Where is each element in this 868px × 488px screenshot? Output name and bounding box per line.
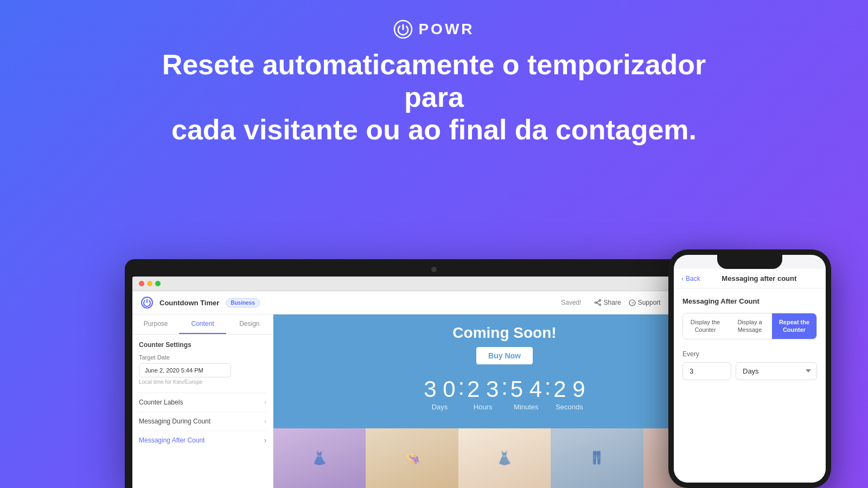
svg-text:?: ? <box>631 301 634 306</box>
app-header: Countdown Timer Business Saved! Share ? … <box>132 291 736 314</box>
browser-chrome <box>132 277 736 291</box>
tab-content[interactable]: Content <box>179 314 226 334</box>
photo-4: 👖 <box>551 428 643 488</box>
counter-settings-label: Counter Settings <box>139 341 266 349</box>
app-content: Purpose Content Design Counter Settings … <box>132 314 736 488</box>
chevron-right-icon: › <box>264 436 266 444</box>
countdown-row: 3 0 Days : 2 3 Hours : 5 4 Minut <box>273 374 736 411</box>
colon-1: : <box>458 374 464 411</box>
photo-3: 👗 <box>458 428 551 488</box>
laptop-screen: Countdown Timer Business Saved! Share ? … <box>132 277 736 488</box>
dot-red[interactable] <box>139 281 144 286</box>
hours-label: Hours <box>467 403 499 411</box>
phone-section-title: Messaging After Count <box>682 297 817 305</box>
app-title: Countdown Timer <box>159 299 219 307</box>
sidebar-item-messaging-after[interactable]: Messaging After Count › <box>139 431 266 450</box>
countdown-days: 3 0 Days <box>423 378 456 411</box>
svg-line-5 <box>596 300 599 303</box>
phone-screen: ‹ Back Messaging after count Messaging A… <box>674 255 826 483</box>
every-unit-select[interactable]: Days Hours Minutes <box>736 362 817 380</box>
support-link[interactable]: ? Support <box>629 299 661 306</box>
phone-back-button[interactable]: ‹ Back <box>681 275 700 282</box>
share-link[interactable]: Share <box>595 299 621 306</box>
photo-1: 👗 <box>273 428 366 488</box>
phone: ‹ Back Messaging after count Messaging A… <box>668 249 831 488</box>
photo-2: 👒 <box>366 428 458 488</box>
sidebar-item-counter-labels[interactable]: Counter Labels › <box>139 393 266 412</box>
phone-nav: ‹ Back Messaging after count <box>674 269 826 288</box>
back-chevron-icon: ‹ <box>681 275 684 282</box>
logo-text: POWR <box>418 21 474 38</box>
svg-point-2 <box>599 299 601 301</box>
minutes-value: 5 4 <box>510 378 542 401</box>
svg-point-3 <box>599 304 601 305</box>
target-date-hint: Local time for Kiev/Europe <box>139 379 266 385</box>
browser-dots <box>139 281 161 286</box>
badge-business: Business <box>226 298 259 307</box>
phone-nav-title: Messaging after count <box>700 274 818 282</box>
saved-text: Saved! <box>561 299 581 306</box>
colon-2: : <box>501 374 508 411</box>
seconds-value: 2 9 <box>553 378 586 401</box>
every-number-input[interactable] <box>682 362 731 380</box>
svg-line-6 <box>596 303 599 304</box>
phone-body: Messaging After Count Display theCounter… <box>674 288 826 483</box>
tab-design[interactable]: Design <box>226 314 273 334</box>
countdown-hours: 2 3 Hours <box>467 378 499 411</box>
powr-logo-icon <box>141 297 153 309</box>
chevron-right-icon: › <box>264 399 266 406</box>
laptop-camera <box>431 267 437 272</box>
toggle-repeat-counter[interactable]: Repeat theCounter <box>772 313 816 339</box>
hours-value: 2 3 <box>467 378 499 401</box>
header: POWR Resete automaticamente o temporizad… <box>0 0 868 146</box>
dot-green[interactable] <box>155 281 161 286</box>
toggle-display-message[interactable]: Display aMessage <box>727 313 772 339</box>
sidebar-body: Counter Settings Target Date Local time … <box>132 335 273 456</box>
phone-notch <box>717 255 782 269</box>
sidebar-item-messaging-during[interactable]: Messaging During Count › <box>139 412 266 431</box>
tab-purpose[interactable]: Purpose <box>132 314 179 334</box>
coming-soon-title: Coming Soon! <box>273 314 736 342</box>
chevron-right-icon: › <box>264 418 266 425</box>
headline: Resete automaticamente o temporizador pa… <box>136 49 732 146</box>
devices-container: Countdown Timer Business Saved! Share ? … <box>0 259 868 488</box>
preview-area: Coming Soon! Buy Now 3 0 Days : 2 3 Hour… <box>273 314 736 488</box>
every-label: Every <box>682 350 817 358</box>
dot-yellow[interactable] <box>147 281 152 286</box>
laptop-camera-bar <box>132 267 736 272</box>
minutes-label: Minutes <box>510 403 542 411</box>
share-icon <box>595 299 602 306</box>
toggle-display-counter[interactable]: Display theCounter <box>683 313 727 339</box>
days-value: 3 0 <box>423 378 456 401</box>
phone-content: ‹ Back Messaging after count Messaging A… <box>674 269 826 483</box>
sidebar-tabs: Purpose Content Design <box>132 314 273 335</box>
sidebar: Purpose Content Design Counter Settings … <box>132 314 273 488</box>
target-date-label: Target Date <box>139 354 266 361</box>
seconds-label: Seconds <box>553 403 586 411</box>
toggle-group: Display theCounter Display aMessage Repe… <box>682 313 817 339</box>
laptop: Countdown Timer Business Saved! Share ? … <box>125 259 743 488</box>
svg-point-4 <box>595 301 596 303</box>
target-date-input[interactable] <box>139 363 231 377</box>
countdown-seconds: 2 9 Seconds <box>553 378 586 411</box>
colon-3: : <box>545 374 551 411</box>
every-input-row: Days Hours Minutes <box>682 362 817 380</box>
countdown-minutes: 5 4 Minutes <box>510 378 542 411</box>
buy-now-button[interactable]: Buy Now <box>476 347 533 364</box>
support-icon: ? <box>629 299 636 306</box>
days-label: Days <box>423 403 456 411</box>
preview-photos: 👗 👒 👗 👖 👗 <box>273 428 736 488</box>
power-icon <box>393 20 413 39</box>
